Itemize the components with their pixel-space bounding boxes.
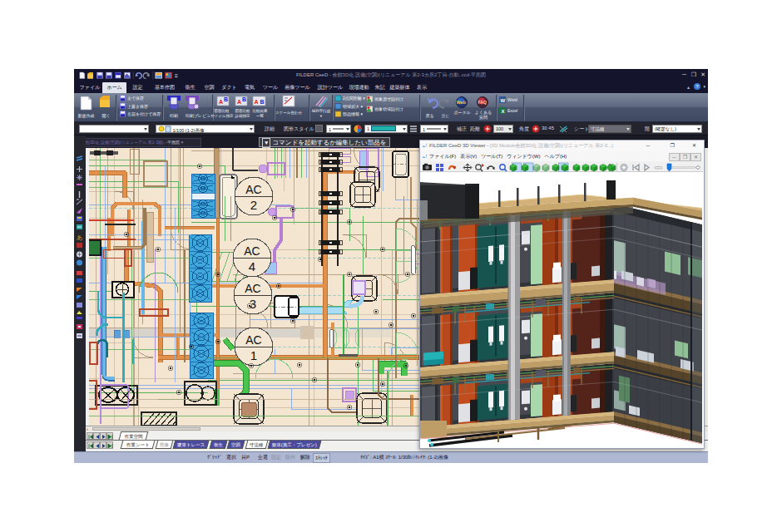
svg-text:あ: あ (77, 234, 82, 241)
svg-text:4: 4 (249, 259, 255, 273)
svg-text:A: A (237, 99, 241, 105)
svg-text:AC: AC (245, 333, 261, 347)
svg-text:W: W (501, 98, 506, 103)
svg-text:B: B (242, 96, 246, 102)
svg-text:AC: AC (244, 244, 260, 258)
svg-text:A: A (219, 99, 223, 105)
svg-text:Web: Web (457, 100, 467, 105)
svg-text:AC: AC (245, 282, 260, 295)
svg-text:A: A (255, 99, 259, 105)
svg-text:B: B (224, 96, 228, 102)
svg-text:X: X (502, 109, 505, 114)
svg-text:FAQ: FAQ (478, 100, 487, 105)
svg-text:2: 2 (250, 198, 257, 212)
svg-text:1: 1 (250, 348, 257, 362)
svg-text:B: B (260, 99, 265, 105)
svg-text:AC: AC (245, 183, 261, 196)
